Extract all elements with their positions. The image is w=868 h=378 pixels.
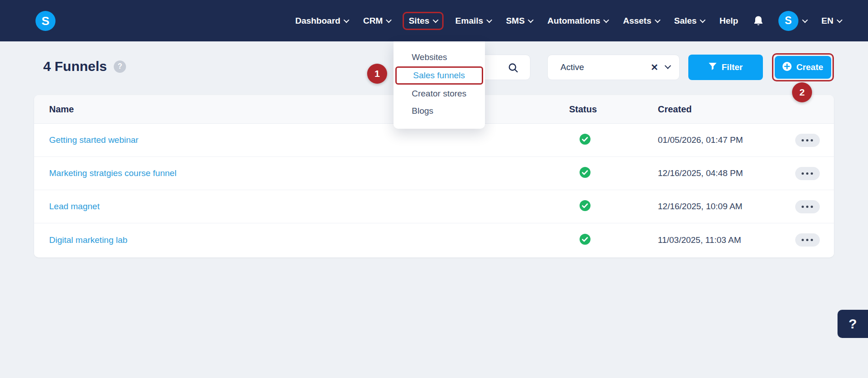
check-circle-icon — [580, 200, 590, 213]
menu-item-blogs[interactable]: Blogs — [394, 102, 485, 120]
page-title: 4 Funnels ? — [43, 59, 126, 74]
language-selector[interactable]: EN — [822, 16, 842, 26]
nav-item-emails[interactable]: Emails — [455, 16, 491, 26]
nav-item-assets[interactable]: Assets — [623, 16, 659, 26]
check-circle-icon — [580, 234, 590, 247]
menu-item-websites[interactable]: Websites — [394, 49, 485, 66]
status-cell — [569, 134, 658, 146]
app-logo-letter: S — [41, 14, 49, 28]
nav-item-automations[interactable]: Automations — [547, 16, 608, 26]
annotation-box-sales-funnels: Sales funnels — [395, 66, 483, 85]
row-actions-ellipsis-button[interactable] — [795, 167, 820, 180]
chevron-down-icon — [655, 17, 661, 23]
nav-item-crm[interactable]: CRM — [363, 16, 391, 26]
nav-item-sms[interactable]: SMS — [506, 16, 533, 26]
user-menu[interactable]: S — [778, 11, 807, 31]
row-actions-ellipsis-button[interactable] — [795, 134, 820, 147]
nav-item-sites[interactable]: Sites — [403, 12, 443, 30]
plus-circle-icon — [782, 62, 792, 73]
chevron-down-icon — [528, 17, 534, 23]
created-date: 12/16/2025, 04:48 PM — [658, 168, 781, 178]
nav-item-sales[interactable]: Sales — [674, 16, 705, 26]
search-icon — [508, 63, 518, 75]
funnel-icon — [708, 62, 717, 73]
title-help-icon[interactable]: ? — [114, 60, 126, 73]
chevron-down-icon — [433, 17, 439, 23]
chevron-down-icon — [386, 17, 392, 23]
status-filter-value: Active — [560, 62, 584, 72]
filter-button[interactable]: Filter — [688, 55, 763, 80]
clear-filter-icon[interactable]: ✕ — [651, 63, 658, 72]
created-date: 12/16/2025, 10:09 AM — [658, 202, 781, 212]
help-widget-button[interactable]: ? — [838, 310, 868, 338]
funnel-name-link[interactable]: Lead magnet — [34, 202, 569, 212]
chevron-down-icon — [343, 17, 349, 23]
check-circle-icon — [580, 134, 590, 146]
created-date: 01/05/2026, 01:47 PM — [658, 135, 781, 145]
status-cell — [569, 167, 658, 180]
nav-item-dashboard[interactable]: Dashboard — [295, 16, 348, 26]
app-logo[interactable]: S — [35, 11, 56, 31]
table-row: Lead magnet 12/16/2025, 10:09 AM — [34, 190, 834, 223]
annotation-step-1: 1 — [367, 64, 387, 84]
create-button[interactable]: Create — [775, 56, 831, 79]
menu-item-creator-stores[interactable]: Creator stores — [394, 85, 485, 102]
table-row: Digital marketing lab 11/03/2025, 11:03 … — [34, 223, 834, 257]
status-cell — [569, 234, 658, 247]
annotation-step-2: 2 — [792, 82, 812, 102]
row-actions-ellipsis-button[interactable] — [795, 233, 820, 247]
notifications-bell-icon[interactable] — [753, 15, 764, 27]
funnel-name-link[interactable]: Getting started webinar — [34, 135, 569, 145]
created-date: 11/03/2025, 11:03 AM — [658, 235, 781, 245]
column-header-created: Created — [658, 104, 781, 115]
sites-dropdown-menu: Websites Sales funnels Creator stores Bl… — [394, 41, 485, 129]
chevron-down-icon — [604, 17, 610, 23]
top-navbar: S Dashboard CRM Sites Emails SMS — [0, 0, 868, 41]
status-filter-select[interactable]: Active ✕ — [547, 55, 680, 80]
chevron-down-icon — [802, 17, 808, 23]
user-avatar: S — [778, 11, 798, 31]
page: S Dashboard CRM Sites Emails SMS — [0, 0, 868, 378]
check-circle-icon — [580, 167, 590, 180]
nav-item-help[interactable]: Help — [719, 16, 738, 26]
column-header-status: Status — [569, 104, 658, 115]
column-header-name: Name — [34, 104, 569, 115]
annotation-box-create: Create — [772, 53, 834, 81]
chevron-down-icon — [486, 17, 492, 23]
row-actions-ellipsis-button[interactable] — [795, 200, 820, 213]
table-row: Marketing stratgies course funnel 12/16/… — [34, 157, 834, 190]
funnel-name-link[interactable]: Digital marketing lab — [34, 235, 569, 245]
status-cell — [569, 200, 658, 213]
funnel-name-link[interactable]: Marketing stratgies course funnel — [34, 168, 569, 178]
menu-item-sales-funnels[interactable]: Sales funnels — [397, 68, 482, 83]
chevron-down-icon — [700, 17, 706, 23]
chevron-down-icon — [837, 17, 843, 23]
nav-menu: Dashboard CRM Sites Emails SMS Automatio… — [295, 0, 868, 41]
chevron-down-icon — [665, 63, 671, 69]
